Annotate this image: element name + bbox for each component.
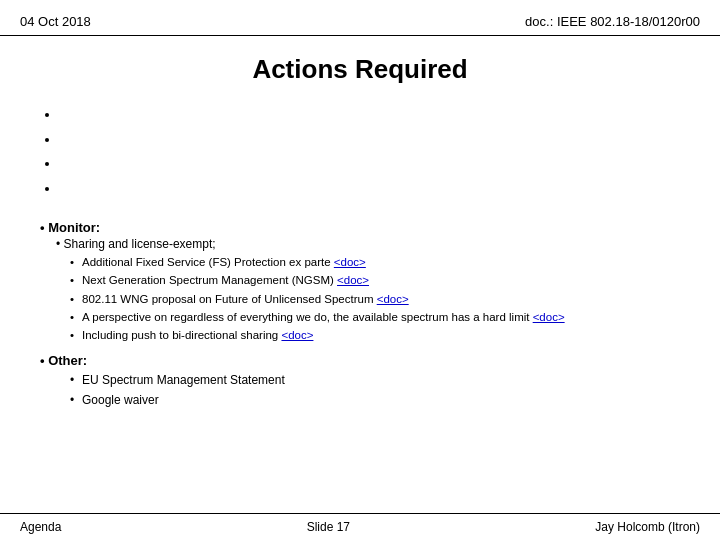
other-bullet-dot: • [40, 353, 48, 368]
monitor-label: • Monitor: [40, 220, 680, 235]
other-sub-text-1: EU Spectrum Management Statement [82, 373, 285, 387]
bullet-dot: • [40, 220, 48, 235]
main-bullets-list: • Monitor: • Sharing and license-exempt;… [40, 220, 680, 411]
monitor-sub-text-4: A perspective on regardless of everythin… [82, 311, 533, 323]
monitor-sub-link-4[interactable]: <doc> [533, 311, 565, 323]
monitor-sub-list: Additional Fixed Service (FS) Protection… [70, 253, 680, 345]
top-bullet-1 [60, 103, 680, 128]
footer-right: Jay Holcomb (Itron) [595, 520, 700, 534]
monitor-sub-item-5: Including push to bi-directional sharing… [70, 326, 680, 344]
monitor-sub-item-3: 802.11 WNG proposal on Future of Unlicen… [70, 290, 680, 308]
monitor-sub-text-3: 802.11 WNG proposal on Future of Unlicen… [82, 293, 377, 305]
monitor-sub-item-2: Next Generation Spectrum Management (NGS… [70, 271, 680, 289]
footer-left: Agenda [20, 520, 61, 534]
top-bullet-3 [60, 152, 680, 177]
slide-title: Actions Required [20, 54, 700, 85]
title-area: Actions Required [0, 36, 720, 93]
sharing-label: • Sharing and license-exempt; [56, 237, 680, 251]
monitor-label-text: Monitor: [48, 220, 100, 235]
footer: Agenda Slide 17 Jay Holcomb (Itron) [0, 513, 720, 540]
monitor-sub-text-1: Additional Fixed Service (FS) Protection… [82, 256, 334, 268]
header-date: 04 Oct 2018 [20, 14, 91, 29]
sharing-dot: • [56, 237, 64, 251]
other-item: • Other: EU Spectrum Management Statemen… [40, 353, 680, 411]
top-bullet-2 [60, 128, 680, 153]
other-sub-text-2: Google waiver [82, 393, 159, 407]
other-label-text: Other: [48, 353, 87, 368]
top-bullets-list [40, 103, 680, 202]
sharing-label-text: Sharing and license-exempt; [64, 237, 216, 251]
monitor-sub-text-5: Including push to bi-directional sharing [82, 329, 281, 341]
monitor-item: • Monitor: • Sharing and license-exempt;… [40, 220, 680, 345]
monitor-sub-item-1: Additional Fixed Service (FS) Protection… [70, 253, 680, 271]
other-label: • Other: [40, 353, 680, 368]
top-bullet-4 [60, 177, 680, 202]
other-sub-item-1: EU Spectrum Management Statement [70, 370, 680, 390]
monitor-sub-text-2: Next Generation Spectrum Management (NGS… [82, 274, 337, 286]
header-doc: doc.: IEEE 802.18-18/0120r00 [525, 14, 700, 29]
monitor-sub-item-4: A perspective on regardless of everythin… [70, 308, 680, 326]
footer-center: Slide 17 [61, 520, 595, 534]
monitor-sub-link-5[interactable]: <doc> [281, 329, 313, 341]
monitor-sub-link-1[interactable]: <doc> [334, 256, 366, 268]
slide: 04 Oct 2018 doc.: IEEE 802.18-18/0120r00… [0, 0, 720, 540]
other-sub-item-2: Google waiver [70, 390, 680, 410]
header: 04 Oct 2018 doc.: IEEE 802.18-18/0120r00 [0, 0, 720, 36]
monitor-sub-link-2[interactable]: <doc> [337, 274, 369, 286]
monitor-sub-link-3[interactable]: <doc> [377, 293, 409, 305]
content-area: • Monitor: • Sharing and license-exempt;… [0, 93, 720, 410]
other-sub-list: EU Spectrum Management Statement Google … [70, 370, 680, 411]
